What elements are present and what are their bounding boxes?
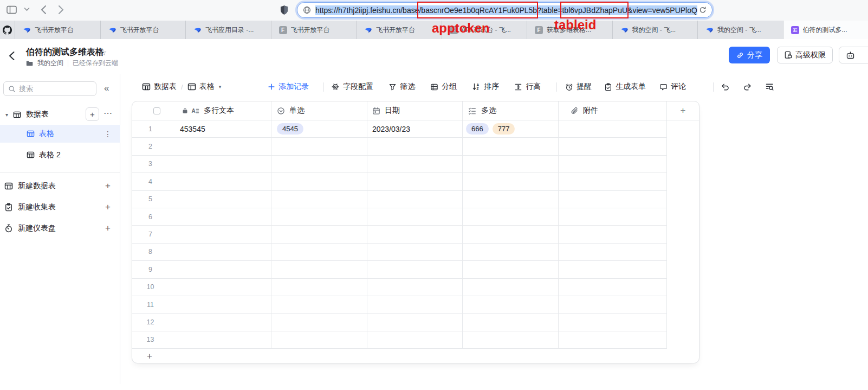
cell-attachment[interactable] (559, 156, 667, 172)
cell-attachment[interactable] (559, 314, 667, 330)
search-input[interactable] (19, 85, 92, 93)
browser-tab[interactable]: 我的空间 - 飞... (613, 21, 698, 39)
cell-date[interactable]: 2023/03/23 (367, 120, 463, 137)
table-row[interactable]: 5 (132, 191, 667, 208)
cell-single-select[interactable] (271, 138, 367, 155)
cell-text[interactable] (169, 244, 271, 260)
cell-multi-select[interactable] (463, 331, 559, 348)
cell-text[interactable] (169, 156, 271, 172)
table-row[interactable]: 12 (132, 314, 667, 331)
new-dashboard-action[interactable]: 新建仪表盘 + (0, 218, 120, 239)
cell-multi-select[interactable] (463, 208, 559, 225)
cell-multi-select[interactable] (463, 296, 559, 313)
cell-attachment[interactable] (559, 244, 667, 260)
cell-attachment[interactable] (559, 138, 667, 155)
new-form-action[interactable]: 新建收集表 + (0, 197, 120, 218)
cell-single-select[interactable]: 4545 (271, 120, 367, 137)
add-record-button[interactable]: 添加记录 (268, 82, 309, 92)
space-name[interactable]: 我的空间 (37, 59, 63, 68)
add-record-row[interactable]: + (132, 349, 699, 363)
cell-single-select[interactable] (271, 244, 367, 260)
cell-text[interactable] (169, 138, 271, 155)
find-in-view-button[interactable] (765, 82, 774, 91)
cell-attachment[interactable] (559, 173, 667, 190)
cell-text[interactable] (169, 331, 271, 348)
column-header-multi-select[interactable]: 多选 (463, 101, 559, 120)
cell-date[interactable] (367, 279, 463, 296)
cell-text[interactable] (169, 208, 271, 225)
table-row[interactable]: 3 (132, 156, 667, 173)
browser-tab[interactable]: 飞书开放平台 (357, 21, 442, 39)
sidebar-item-table-2[interactable]: 表格 2 (0, 146, 120, 164)
cell-attachment[interactable] (559, 279, 667, 296)
browser-tab[interactable]: 飞书开放平台 (15, 21, 101, 39)
table-row[interactable]: 8 (132, 244, 667, 261)
cell-multi-select[interactable] (463, 173, 559, 190)
cell-single-select[interactable] (271, 279, 367, 296)
cell-single-select[interactable] (271, 296, 367, 313)
cell-date[interactable] (367, 331, 463, 348)
cell-single-select[interactable] (271, 156, 367, 172)
back-button-icon[interactable] (40, 4, 47, 15)
column-header-text[interactable]: A 多行文本 (169, 101, 271, 120)
cell-text[interactable] (169, 314, 271, 330)
browser-tab[interactable]: 飞书开放平台 (101, 21, 186, 39)
cell-single-select[interactable] (271, 261, 367, 278)
browser-sidebar-toggle-icon[interactable] (7, 5, 17, 14)
browser-tab[interactable]: F 飞书开放平台 (271, 21, 357, 39)
sidebar-item-table[interactable]: 表格 ⋮ (0, 125, 120, 143)
cell-single-select[interactable] (271, 191, 367, 208)
cell-date[interactable] (367, 191, 463, 208)
cell-multi-select[interactable] (463, 226, 559, 242)
cell-date[interactable] (367, 173, 463, 190)
cell-single-select[interactable] (271, 331, 367, 348)
cell-multi-select[interactable] (463, 314, 559, 330)
breadcrumb-datasheet[interactable]: 数据表 (142, 82, 177, 92)
url-text[interactable]: https://h7thj2iipj.feishu.cn/base/bascnr… (315, 5, 697, 15)
table-row[interactable]: 9 (132, 261, 667, 278)
table-row[interactable]: 13 (132, 331, 667, 349)
plus-icon[interactable]: + (105, 181, 111, 191)
tab-github[interactable] (0, 21, 15, 39)
undo-button[interactable] (721, 82, 730, 91)
chevron-down-icon[interactable]: ▾ (219, 84, 222, 89)
share-button[interactable]: 分享 (729, 47, 770, 63)
cell-attachment[interactable] (559, 226, 667, 242)
field-config-button[interactable]: 字段配置 (331, 82, 373, 92)
cell-single-select[interactable] (271, 226, 367, 242)
cell-date[interactable] (367, 261, 463, 278)
cell-date[interactable] (367, 226, 463, 242)
advanced-permission-button[interactable]: 高级权限 (777, 47, 833, 63)
sort-button[interactable]: AZ 排序 (472, 82, 499, 92)
browser-tab[interactable]: 我的空间 - 飞... (698, 21, 783, 39)
add-datasheet-button[interactable]: + (86, 107, 99, 121)
remind-button[interactable]: 提醒 (565, 82, 592, 92)
plus-icon[interactable]: + (105, 202, 111, 213)
cell-multi-select[interactable]: 666777 (463, 120, 559, 137)
collapse-sidebar-icon[interactable]: « (104, 82, 109, 94)
cell-date[interactable] (367, 208, 463, 225)
cell-date[interactable] (367, 156, 463, 172)
cell-multi-select[interactable] (463, 138, 559, 155)
table-row[interactable]: 10 (132, 279, 667, 296)
reload-icon[interactable] (699, 6, 707, 14)
table-row[interactable]: 11 (132, 296, 667, 314)
select-all-checkbox[interactable] (153, 107, 160, 114)
privacy-shield-icon[interactable] (280, 5, 288, 15)
more-vertical-icon[interactable]: ⋮ (104, 130, 112, 138)
cell-single-select[interactable] (271, 208, 367, 225)
cell-date[interactable] (367, 138, 463, 155)
url-bar[interactable]: https://h7thj2iipj.feishu.cn/base/bascnr… (297, 2, 712, 18)
cell-multi-select[interactable] (463, 279, 559, 296)
cell-date[interactable] (367, 244, 463, 260)
cell-attachment[interactable] (559, 296, 667, 313)
cell-single-select[interactable] (271, 173, 367, 190)
back-icon[interactable] (8, 50, 15, 62)
column-header-single-select[interactable]: 单选 (271, 101, 367, 120)
generate-form-button[interactable]: 生成表单 (604, 82, 646, 92)
filter-button[interactable]: 筛选 (388, 82, 415, 92)
caret-down-icon[interactable]: ▾ (5, 112, 8, 118)
group-button[interactable]: 分组 (430, 82, 457, 92)
cell-multi-select[interactable] (463, 156, 559, 172)
table-row[interactable]: 145354545452023/03/23666777 (132, 120, 667, 138)
